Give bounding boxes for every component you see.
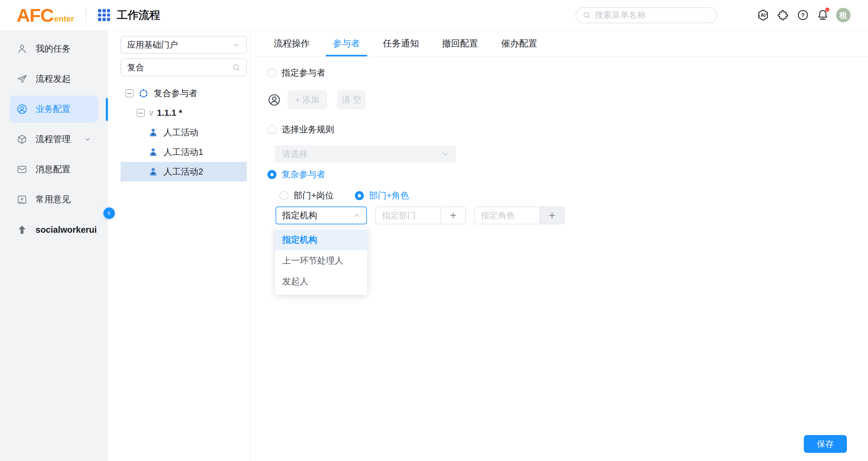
sidebar-item-label: 流程管理 [36, 133, 70, 145]
add-participant-button[interactable]: + 添加 [288, 90, 327, 109]
radio-circle [268, 68, 276, 78]
sidebar-item-label: 我的任务 [36, 43, 70, 55]
radio-label: 部门+角色 [369, 190, 409, 202]
mail-icon [16, 164, 28, 175]
tree-node-label: 1.1.1 * [157, 108, 182, 118]
apps-grid-icon[interactable] [98, 9, 110, 21]
logo-suffix: enter [54, 14, 74, 24]
sidebar-item-label: 消息配置 [36, 163, 70, 176]
radio-circle [355, 191, 364, 200]
rule-select-placeholder: 请选择 [282, 148, 308, 160]
notification-bell-icon[interactable] [816, 8, 829, 22]
dropdown-option-previous-handler[interactable]: 上一环节处理人 [275, 250, 367, 271]
app-logo[interactable]: AFC enter [17, 4, 74, 26]
radio-circle [268, 170, 276, 179]
logo-text: AFC [17, 4, 53, 26]
tab-urge-config[interactable]: 催办配置 [494, 30, 545, 56]
specified-participant-controls: + 添加 清 空 [268, 90, 868, 109]
sidebar-item-label: 常用意见 [36, 193, 70, 206]
tab-bar: 流程操作 参与者 任务通知 撤回配置 催办配置 [251, 30, 868, 57]
sidebar-item-label: socialworkerui [36, 225, 97, 235]
sidebar-item-common-opinions[interactable]: 常用意见 [10, 186, 98, 213]
radio-business-rule[interactable]: 选择业务规则 [268, 124, 868, 135]
role-input-group: 指定角色 + [474, 207, 565, 224]
sidebar-item-my-tasks[interactable]: 我的任务 [10, 35, 98, 62]
person-icon [148, 127, 159, 138]
sidebar-collapse-button[interactable] [103, 208, 115, 219]
tree-node-manual-activity-1[interactable]: 人工活动1 [121, 142, 247, 162]
sidebar-item-label: 业务配置 [36, 103, 70, 115]
header-actions: AI ? 租 [756, 8, 850, 22]
sidebar-item-socialworkerui[interactable]: socialworkerui [10, 216, 98, 243]
clear-participants-button[interactable]: 清 空 [337, 90, 365, 109]
org-type-value: 指定机构 [282, 210, 317, 222]
chevron-up-icon [352, 211, 362, 220]
business-rule-select[interactable]: 请选择 [275, 145, 456, 162]
tab-task-notification[interactable]: 任务通知 [376, 30, 426, 56]
role-input[interactable]: 指定角色 [474, 207, 539, 224]
person-icon [148, 166, 159, 177]
radio-circle [268, 125, 276, 134]
tree-node-version[interactable]: v 1.1.1 * [121, 103, 247, 123]
user-avatar[interactable]: 租 [836, 8, 850, 22]
sidebar-item-business-config[interactable]: 业务配置 [10, 96, 98, 123]
sidebar: 我的任务 流程发起 业务配置 流程管理 [0, 30, 107, 461]
radio-complex-participant[interactable]: 复杂参与者 [268, 169, 868, 180]
complex-participant-mode: 部门+岗位 部门+角色 [279, 190, 868, 201]
ai-assistant-icon[interactable]: AI [756, 8, 770, 22]
version-prefix: v [149, 108, 153, 118]
app-select[interactable]: 应用基础门户 [121, 36, 247, 54]
tab-participants[interactable]: 参与者 [326, 30, 367, 56]
search-icon [582, 10, 591, 20]
chevron-down-icon [441, 150, 450, 159]
plugin-puzzle-icon[interactable] [776, 8, 789, 22]
radio-label: 选择业务规则 [282, 124, 334, 136]
participant-form: 指定参与者 + 添加 清 空 选择业务规则 请选择 [251, 67, 868, 224]
radio-label: 复杂参与者 [282, 168, 325, 181]
app-select-value: 应用基础门户 [127, 39, 178, 51]
person-icon [148, 147, 159, 158]
search-placeholder: 搜索菜单名称 [595, 9, 646, 21]
tree-node-manual-activity[interactable]: 人工活动 [121, 123, 247, 142]
radio-dept-position[interactable]: 部门+岗位 [279, 190, 334, 201]
tree-node-composite-participant[interactable]: 复合参与者 [121, 84, 247, 103]
main-content: 流程操作 参与者 任务通知 撤回配置 催办配置 指定参与者 + 添加 清 空 [251, 30, 868, 461]
radio-label: 指定参与者 [282, 67, 325, 79]
add-role-button[interactable]: + [539, 207, 565, 224]
tree-node-manual-activity-2[interactable]: 人工活动2 [121, 162, 247, 182]
page-title: 工作流程 [117, 8, 160, 23]
cube-icon [16, 133, 28, 145]
tree-collapse-checkbox[interactable] [125, 89, 133, 97]
radio-circle [279, 191, 288, 200]
tab-withdraw-config[interactable]: 撤回配置 [435, 30, 486, 56]
body-row: 我的任务 流程发起 业务配置 流程管理 [0, 30, 868, 461]
svg-text:?: ? [801, 12, 805, 19]
add-dept-button[interactable]: + [440, 207, 466, 224]
search-icon[interactable] [232, 63, 241, 72]
contact-person-icon [268, 93, 281, 107]
menu-search-input[interactable]: 搜索菜单名称 [576, 7, 717, 23]
tree-node-label: 人工活动1 [163, 146, 203, 158]
save-button[interactable]: 保存 [804, 435, 847, 453]
dropdown-option-initiator[interactable]: 发起人 [275, 271, 367, 292]
notification-badge [825, 7, 829, 12]
sidebar-item-process-management[interactable]: 流程管理 [10, 126, 98, 153]
org-type-select[interactable]: 指定机构 [276, 207, 367, 224]
top-bar: AFC enter 工作流程 搜索菜单名称 AI [0, 0, 868, 30]
tree-search-input[interactable]: 复合 [121, 59, 247, 76]
sidebar-item-message-config[interactable]: 消息配置 [10, 156, 98, 183]
tab-process-operation[interactable]: 流程操作 [267, 30, 317, 56]
tree-node-label: 人工活动 [163, 127, 198, 139]
tree-collapse-checkbox[interactable] [136, 109, 145, 117]
sidebar-item-process-start[interactable]: 流程发起 [10, 65, 98, 93]
participant-tree: 复合参与者 v 1.1.1 * 人工活动 [121, 84, 247, 182]
help-icon[interactable]: ? [796, 8, 809, 22]
radio-specified-participant[interactable]: 指定参与者 [268, 67, 868, 79]
dept-placeholder: 指定部门 [382, 210, 416, 221]
logo-divider [86, 8, 87, 22]
sidebar-item-label: 流程发起 [36, 73, 70, 85]
dropdown-option-specified-org[interactable]: 指定机构 [275, 229, 367, 250]
radio-dept-role[interactable]: 部门+角色 [355, 190, 409, 201]
dept-input[interactable]: 指定部门 [375, 207, 440, 224]
paper-plane-icon [16, 73, 28, 85]
